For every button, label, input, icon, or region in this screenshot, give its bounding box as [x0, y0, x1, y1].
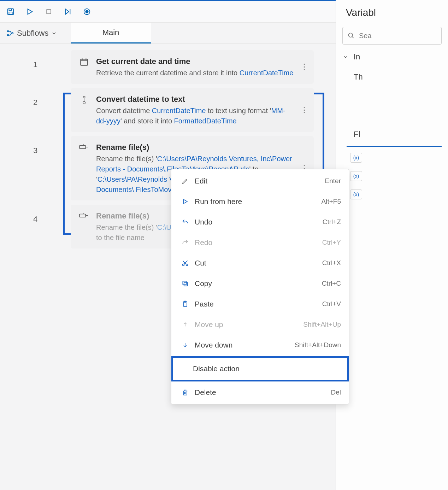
ctx-label: Paste	[191, 300, 322, 308]
variable-tag[interactable]: (x)	[350, 153, 362, 163]
record-button[interactable]	[79, 4, 95, 19]
ctx-shortcut: Ctrl+C	[322, 280, 341, 287]
action-more-button[interactable]: ⋮	[299, 56, 310, 78]
ctx-move-down[interactable]: Move downShift+Alt+Down	[171, 335, 349, 355]
svg-rect-23	[79, 214, 86, 217]
ctx-redo[interactable]: RedoCtrl+Y	[171, 232, 349, 253]
ctx-undo[interactable]: UndoCtrl+Z	[171, 212, 349, 232]
chevron-down-icon	[51, 30, 57, 36]
ctx-shortcut: Alt+F5	[322, 198, 341, 205]
ctx-label: Move down	[191, 341, 295, 349]
cut-icon	[179, 259, 191, 267]
stop-button[interactable]	[41, 4, 57, 19]
subflows-icon	[6, 29, 14, 37]
svg-rect-13	[81, 59, 88, 65]
ctx-shortcut: Ctrl+Y	[322, 239, 341, 246]
action-title: Convert datetime to text	[96, 94, 294, 105]
ctx-delete[interactable]: DeleteDel	[171, 382, 349, 403]
variable-tag[interactable]: (x)	[350, 189, 362, 199]
line-number: 3	[0, 136, 71, 155]
svg-rect-20	[79, 145, 86, 148]
svg-point-7	[86, 10, 88, 13]
action-card[interactable]: Get current date and timeRetrieve the cu…	[71, 50, 314, 84]
ctx-label: Cut	[191, 259, 322, 267]
subflows-label: Subflows	[17, 29, 48, 38]
search-icon	[348, 32, 355, 39]
redo-icon	[179, 239, 191, 246]
action-card[interactable]: Convert datetime to textConvert datetime…	[71, 88, 314, 132]
step-button[interactable]	[60, 4, 76, 19]
ctx-shortcut: Shift+Alt+Down	[295, 341, 341, 349]
svg-point-12	[12, 33, 13, 34]
ctx-run-from-here[interactable]: Run from hereAlt+F5	[171, 191, 349, 212]
ctx-shortcut: Ctrl+V	[322, 300, 341, 308]
ctx-disable-action[interactable]: Disable action	[171, 356, 349, 381]
variables-search[interactable]: Sea	[342, 27, 442, 45]
ctx-label: Disable action	[189, 364, 339, 373]
ctx-edit[interactable]: EditEnter	[171, 171, 349, 191]
copy-icon	[179, 280, 191, 287]
action-title: Rename file(s)	[96, 142, 294, 153]
run-button[interactable]	[22, 4, 37, 19]
ctx-label: Delete	[191, 388, 331, 397]
svg-rect-33	[184, 282, 188, 286]
save-button[interactable]	[3, 4, 18, 19]
svg-marker-28	[184, 199, 188, 204]
play-icon	[179, 198, 191, 205]
ctx-label: Copy	[191, 279, 322, 288]
svg-point-10	[7, 30, 9, 32]
paste-icon	[179, 301, 191, 308]
svg-rect-3	[47, 10, 51, 14]
ctx-cut[interactable]: CutCtrl+X	[171, 253, 349, 273]
svg-rect-34	[183, 281, 186, 285]
variables-pane: Variabl Sea In Th Fl (x) (x) (x)	[336, 0, 448, 490]
ctx-shortcut: Enter	[325, 177, 341, 185]
action-more-button[interactable]: ⋮	[299, 94, 310, 126]
rp-sub-text: Th	[336, 66, 448, 85]
variables-search-placeholder: Sea	[359, 32, 372, 40]
action-description: Convert datetime CurrentDateTime to text…	[96, 106, 294, 126]
chevron-down-icon	[342, 54, 349, 60]
ctx-shortcut: Del	[331, 389, 341, 396]
undo-icon	[179, 218, 191, 226]
subflows-dropdown[interactable]: Subflows	[0, 23, 71, 43]
up-icon	[179, 321, 191, 328]
line-number: 2	[0, 88, 71, 107]
line-number: 1	[0, 50, 71, 69]
ctx-label: Move up	[191, 320, 303, 329]
context-menu: EditEnterRun from hereAlt+F5UndoCtrl+ZRe…	[171, 169, 349, 404]
variable-tag[interactable]: (x)	[350, 171, 362, 181]
variables-title: Variabl	[336, 0, 448, 18]
rp-section-label: In	[354, 52, 360, 62]
svg-rect-39	[183, 391, 187, 395]
line-number: 4	[0, 205, 71, 224]
ctx-copy[interactable]: CopyCtrl+C	[171, 273, 349, 294]
ctx-move-up[interactable]: Move upShift+Alt+Up	[171, 314, 349, 335]
action-icon	[77, 210, 91, 243]
tab-main[interactable]: Main	[71, 23, 151, 43]
ctx-label: Edit	[191, 177, 325, 185]
trash-icon	[179, 389, 191, 396]
svg-point-11	[7, 34, 9, 36]
ctx-shortcut: Ctrl+Z	[323, 218, 341, 226]
ctx-shortcut: Ctrl+X	[322, 259, 341, 267]
tab-main-label: Main	[102, 28, 119, 37]
rp-divider	[347, 146, 442, 147]
ctx-label: Undo	[191, 218, 323, 226]
action-icon	[77, 142, 91, 195]
svg-marker-2	[28, 9, 33, 14]
down-icon	[179, 342, 191, 349]
svg-point-26	[349, 33, 353, 37]
action-title: Get current date and time	[96, 56, 294, 67]
rp-section-flow[interactable]: Fl	[336, 128, 448, 143]
ctx-shortcut: Shift+Alt+Up	[303, 321, 341, 328]
rp-section-label-2: Fl	[354, 130, 360, 139]
rp-section-input[interactable]: In	[336, 45, 448, 66]
action-icon	[77, 94, 91, 126]
ctx-paste[interactable]: PasteCtrl+V	[171, 294, 349, 314]
svg-line-27	[352, 37, 354, 38]
svg-marker-4	[66, 9, 69, 14]
svg-point-19	[83, 101, 86, 104]
svg-rect-1	[9, 12, 12, 14]
ctx-label: Run from here	[191, 197, 322, 206]
